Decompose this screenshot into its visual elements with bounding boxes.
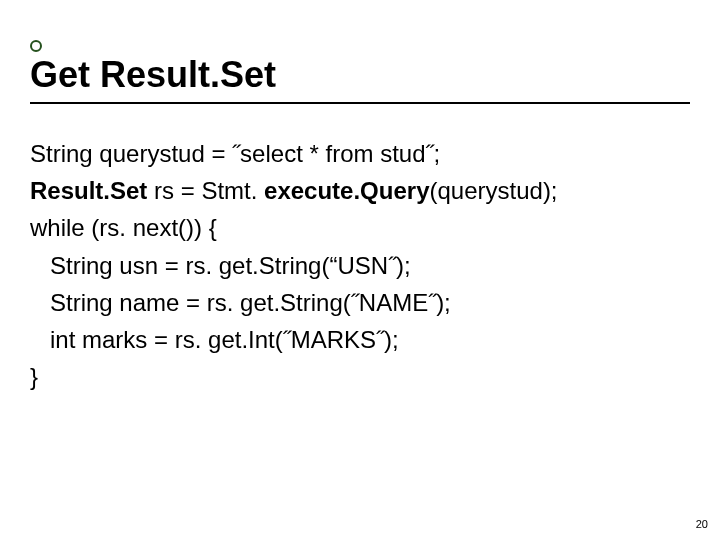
code-line-3: while (rs. next()) { <box>30 209 690 246</box>
code-line-5: String name = rs. get.String(˝NAME˝); <box>30 284 690 321</box>
code-line-2-bold-c: execute.Query <box>264 177 429 204</box>
title-bullet-icon <box>30 40 42 52</box>
code-line-2-bold-a: Result.Set <box>30 177 147 204</box>
code-line-1: String querystud = ˝select * from stud˝; <box>30 135 690 172</box>
code-line-2: Result.Set rs = Stmt. execute.Query(quer… <box>30 172 690 209</box>
title-underline <box>30 102 690 104</box>
code-line-2-plain-d: (querystud); <box>429 177 557 204</box>
code-line-2-plain-b: rs = Stmt. <box>147 177 264 204</box>
code-line-6: int marks = rs. get.Int(˝MARKS˝); <box>30 321 690 358</box>
slide-title: Get Result.Set <box>30 54 276 96</box>
page-number: 20 <box>696 518 708 530</box>
slide: Get Result.Set String querystud = ˝selec… <box>0 0 720 540</box>
code-block: String querystud = ˝select * from stud˝;… <box>30 135 690 395</box>
code-line-4: String usn = rs. get.String(“USN˝); <box>30 247 690 284</box>
code-line-7: } <box>30 358 690 395</box>
